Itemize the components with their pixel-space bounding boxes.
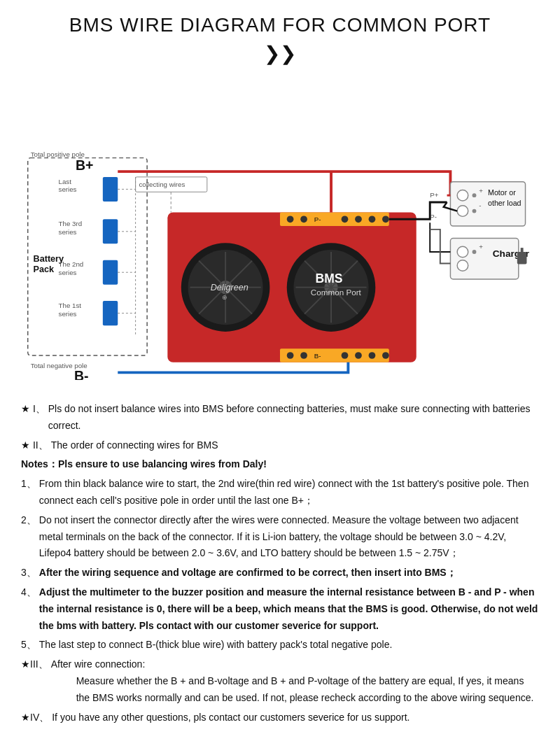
notes-label: Notes： bbox=[21, 458, 58, 470]
instruction-item-4: ★IV、 If you have any other questions, pl… bbox=[21, 710, 539, 726]
star-2: ★ II、 bbox=[21, 437, 48, 454]
instruction-num-1: 1、 From thin black balance wire to start… bbox=[21, 476, 539, 509]
instruction-3-detail: Measure whether the B + and B-voltage an… bbox=[76, 673, 539, 707]
collecting-wires-label: collecting wires bbox=[139, 181, 185, 189]
svg-text:⊕: ⊕ bbox=[222, 294, 227, 301]
page-title: BMS WIRE DIAGRAM FOR COMMON PORT bbox=[21, 14, 539, 36]
instruction-2-text: The order of connecting wires for BMS bbox=[51, 437, 218, 454]
svg-rect-8 bbox=[103, 219, 118, 244]
svg-text:The 3rd: The 3rd bbox=[59, 220, 82, 227]
star-4: ★IV、 bbox=[21, 710, 49, 726]
svg-text:B+: B+ bbox=[76, 157, 93, 173]
svg-text:other load: other load bbox=[488, 199, 522, 207]
svg-text:Common Port: Common Port bbox=[311, 288, 362, 297]
svg-point-60 bbox=[472, 193, 477, 197]
svg-text:P-: P- bbox=[314, 216, 321, 223]
svg-text:-: - bbox=[479, 202, 481, 209]
svg-point-70 bbox=[457, 260, 468, 271]
num-5-text: The last step to connect B-(thick blue w… bbox=[39, 637, 393, 654]
instruction-item-2: ★ II、 The order of connecting wires for … bbox=[21, 437, 539, 454]
num-1: 1、 bbox=[21, 476, 36, 493]
svg-rect-73 bbox=[517, 252, 527, 264]
svg-text:P+: P+ bbox=[430, 191, 438, 199]
star-1: ★ I、 bbox=[21, 401, 46, 418]
instruction-4-text: If you have any other questions, pls con… bbox=[52, 710, 410, 726]
svg-rect-5 bbox=[103, 177, 118, 202]
svg-text:B-: B- bbox=[314, 352, 321, 360]
svg-text:The 1st: The 1st bbox=[59, 302, 82, 309]
svg-text:B-: B- bbox=[74, 368, 89, 380]
svg-rect-11 bbox=[103, 260, 118, 285]
svg-point-40 bbox=[342, 216, 349, 223]
svg-point-47 bbox=[300, 352, 307, 359]
svg-rect-74 bbox=[521, 248, 524, 253]
notes-line: Notes：Pls ensure to use balancing wires … bbox=[21, 456, 539, 473]
instruction-num-5: 5、 The last step to connect B-(thick blu… bbox=[21, 637, 539, 654]
num-4: 4、 bbox=[21, 584, 36, 601]
svg-text:P-: P- bbox=[430, 213, 437, 220]
svg-text:Total positive pole: Total positive pole bbox=[31, 150, 85, 158]
num-2-text: Do not insert the connector directly aft… bbox=[39, 512, 539, 562]
instruction-item-3: ★III、 After wire connection: Measure whe… bbox=[21, 656, 539, 706]
svg-text:series: series bbox=[59, 310, 77, 318]
svg-text:Last: Last bbox=[59, 178, 72, 185]
svg-point-46 bbox=[287, 352, 294, 359]
svg-text:Deligreen: Deligreen bbox=[211, 283, 248, 292]
notes-bold-text: Pls ensure to use balancing wires from D… bbox=[58, 458, 267, 470]
svg-text:+: + bbox=[479, 187, 483, 195]
svg-text:+: + bbox=[479, 243, 483, 251]
svg-point-41 bbox=[355, 216, 362, 223]
svg-text:The 2nd: The 2nd bbox=[59, 260, 84, 268]
svg-point-59 bbox=[457, 190, 468, 201]
svg-point-42 bbox=[369, 216, 376, 223]
num-5: 5、 bbox=[21, 637, 36, 654]
svg-text:BMS: BMS bbox=[316, 271, 343, 285]
svg-point-39 bbox=[300, 216, 307, 223]
num-2: 2、 bbox=[21, 512, 36, 529]
svg-point-48 bbox=[342, 352, 349, 359]
svg-point-62 bbox=[472, 209, 477, 213]
svg-text:series: series bbox=[59, 269, 77, 276]
star-3: ★III、 bbox=[21, 656, 48, 673]
svg-point-69 bbox=[472, 250, 477, 254]
instruction-num-4: 4、 Adjust the multimeter to the buzzer p… bbox=[21, 584, 539, 634]
svg-point-51 bbox=[382, 352, 389, 359]
svg-rect-14 bbox=[103, 301, 118, 325]
svg-point-43 bbox=[382, 216, 389, 223]
instruction-num-3: 3、 After the wiring sequence and voltage… bbox=[21, 565, 539, 581]
svg-point-50 bbox=[369, 352, 376, 359]
diagram-area: Battery Pack Last series The 3rd series … bbox=[21, 72, 539, 380]
chevron-icon: ❯❯ bbox=[21, 42, 539, 65]
instruction-item-1: ★ I、 Pls do not insert balance wires int… bbox=[21, 401, 539, 435]
svg-point-68 bbox=[457, 246, 468, 257]
num-3: 3、 bbox=[21, 565, 36, 581]
svg-text:series: series bbox=[59, 185, 77, 193]
num-1-text: From thin black balance wire to start, t… bbox=[39, 476, 539, 509]
instruction-1-text: Pls do not insert balance wires into BMS… bbox=[48, 401, 539, 435]
num-4-text: Adjust the multimeter to the buzzer posi… bbox=[39, 584, 539, 634]
svg-point-61 bbox=[457, 206, 468, 217]
num-3-text: After the wiring sequence and voltage ar… bbox=[39, 565, 456, 581]
svg-point-49 bbox=[355, 352, 362, 359]
instruction-num-2: 2、 Do not insert the connector directly … bbox=[21, 512, 539, 562]
instruction-3-text: After wire connection: bbox=[51, 658, 146, 670]
instructions-section: ★ I、 Pls do not insert balance wires int… bbox=[21, 401, 539, 726]
svg-text:Pack: Pack bbox=[34, 264, 55, 274]
svg-text:Motor or: Motor or bbox=[488, 188, 516, 197]
svg-point-38 bbox=[287, 216, 294, 223]
svg-text:series: series bbox=[59, 228, 77, 236]
